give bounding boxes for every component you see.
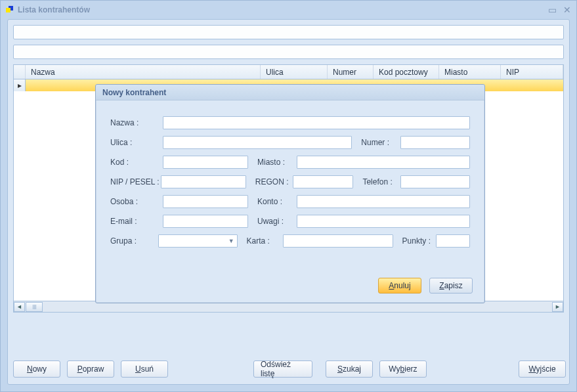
new-button-rest: owy [33,364,47,374]
dialog-new-contractor: Nowy kontrahent Nazwa : Ulica : Numer : … [95,84,485,303]
row-header-col [14,65,26,79]
input-telefon[interactable] [400,175,470,188]
col-ulica[interactable]: Ulica [261,65,328,79]
input-nip[interactable] [161,175,246,188]
scroll-right-button[interactable]: ► [552,302,563,312]
input-konto[interactable] [297,195,470,208]
col-numer[interactable]: Numer [328,65,374,79]
window-title: Lista kontrahentów [18,5,90,14]
label-uwagi: Uwagi : [257,217,297,226]
exit-button[interactable]: Wyjście [519,360,566,378]
label-konto: Konto : [257,197,297,206]
col-kod[interactable]: Kod pocztowy [374,65,439,79]
choose-button[interactable]: Wybierz [379,360,427,378]
label-kod: Kod : [110,158,163,167]
input-nazwa[interactable] [163,116,470,129]
minimize-icon[interactable]: ▭ [548,5,557,15]
bottom-toolbar: Nowy Popraw Usuń Odśwież listę Szukaj Wy… [13,360,564,378]
main-window: Lista kontrahentów ▭ ✕ Nazwa Ulica Numer… [0,0,577,392]
dialog-buttons: Anuluj Zapisz [378,278,473,294]
label-punkty: Punkty : [402,236,436,246]
col-nip[interactable]: NIP [501,65,563,79]
input-punkty[interactable] [436,234,470,248]
label-grupa: Grupa : [110,236,158,246]
label-nazwa: Nazwa : [110,118,163,127]
input-ulica[interactable] [163,136,353,149]
input-osoba[interactable] [163,195,248,208]
chevron-down-icon: ▼ [228,238,234,244]
scroll-left-button[interactable]: ◄ [14,302,25,312]
select-grupa[interactable]: ▼ [158,234,237,248]
filter-input-1[interactable] [13,25,564,39]
label-nip: NIP / PESEL : [110,177,161,186]
grid-header: Nazwa Ulica Numer Kod pocztowy Miasto NI… [14,65,563,79]
input-numer[interactable] [400,136,470,149]
label-regon: REGON : [255,177,293,186]
label-karta: Karta : [247,236,283,246]
input-regon[interactable] [293,175,353,188]
col-miasto[interactable]: Miasto [439,65,501,79]
label-osoba: Osoba : [110,197,163,206]
cancel-button[interactable]: Anuluj [378,278,421,294]
input-uwagi[interactable] [297,215,470,228]
input-karta[interactable] [283,234,393,248]
dialog-body: Nazwa : Ulica : Numer : Kod : Miasto : N… [96,100,484,261]
close-icon[interactable]: ✕ [563,5,571,15]
label-email: E-mail : [110,217,163,226]
label-miasto: Miasto : [257,158,297,167]
input-kod[interactable] [163,156,248,169]
app-icon [6,6,14,14]
col-nazwa[interactable]: Nazwa [26,65,261,79]
row-indicator-icon: ▸ [14,79,26,91]
dialog-title: Nowy kontrahent [96,85,484,100]
label-ulica: Ulica : [110,138,163,147]
refresh-button[interactable]: Odśwież listę [253,360,312,378]
filter-input-2[interactable] [13,45,564,59]
label-telefon: Telefon : [362,177,400,186]
titlebar: Lista kontrahentów ▭ ✕ [1,1,576,19]
new-button[interactable]: Nowy [13,360,60,378]
delete-button[interactable]: Usuń [121,360,168,378]
input-email[interactable] [163,215,248,228]
input-miasto[interactable] [297,156,470,169]
search-button[interactable]: Szukaj [326,360,373,378]
scroll-thumb[interactable] [26,302,43,312]
edit-button[interactable]: Popraw [67,360,114,378]
save-button[interactable]: Zapisz [429,278,473,294]
label-numer: Numer : [361,138,400,147]
